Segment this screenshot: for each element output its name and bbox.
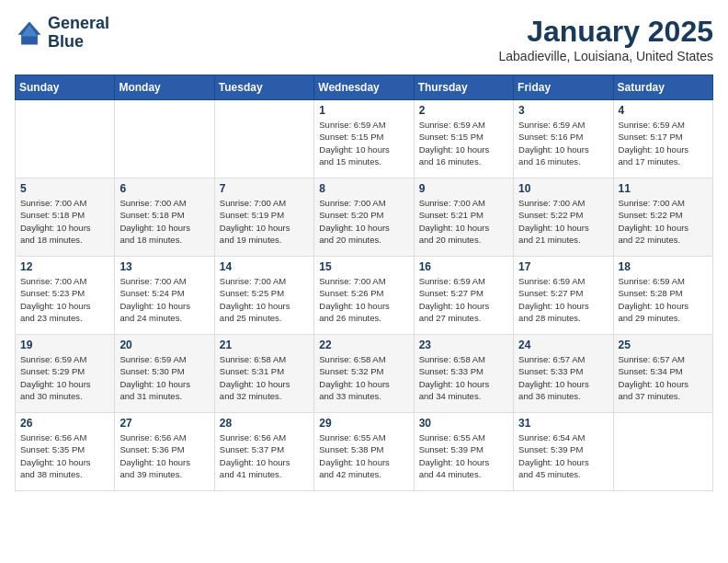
day-number: 8 <box>319 182 408 195</box>
day-info: Sunrise: 6:59 AMSunset: 5:17 PMDaylight:… <box>619 119 708 167</box>
day-cell: 1Sunrise: 6:59 AMSunset: 5:15 PMDaylight… <box>314 100 414 178</box>
day-cell: 11Sunrise: 7:00 AMSunset: 5:22 PMDayligh… <box>613 178 712 257</box>
day-cell: 9Sunrise: 7:00 AMSunset: 5:21 PMDaylight… <box>414 178 513 257</box>
day-number: 3 <box>518 104 608 117</box>
day-info: Sunrise: 7:00 AMSunset: 5:26 PMDaylight:… <box>319 275 408 324</box>
day-info: Sunrise: 7:00 AMSunset: 5:22 PMDaylight:… <box>518 197 608 246</box>
day-info: Sunrise: 6:59 AMSunset: 5:29 PMDaylight:… <box>20 353 109 402</box>
day-cell: 7Sunrise: 7:00 AMSunset: 5:19 PMDaylight… <box>214 178 313 257</box>
weekday-header-wednesday: Wednesday <box>314 75 414 100</box>
day-number: 29 <box>319 417 408 430</box>
day-info: Sunrise: 7:00 AMSunset: 5:20 PMDaylight:… <box>319 197 408 246</box>
page-header: General Blue January 2025 Labadieville, … <box>15 15 713 63</box>
day-cell: 30Sunrise: 6:55 AMSunset: 5:39 PMDayligh… <box>414 413 513 491</box>
calendar: SundayMondayTuesdayWednesdayThursdayFrid… <box>15 75 713 491</box>
day-info: Sunrise: 6:59 AMSunset: 5:27 PMDaylight:… <box>419 275 508 324</box>
day-cell <box>613 413 712 491</box>
week-row-2: 5Sunrise: 7:00 AMSunset: 5:18 PMDaylight… <box>16 178 713 257</box>
day-cell: 5Sunrise: 7:00 AMSunset: 5:18 PMDaylight… <box>16 178 115 257</box>
day-cell: 24Sunrise: 6:57 AMSunset: 5:33 PMDayligh… <box>514 335 613 413</box>
day-info: Sunrise: 7:00 AMSunset: 5:25 PMDaylight:… <box>220 275 309 324</box>
logo: General Blue <box>15 15 109 52</box>
day-info: Sunrise: 7:00 AMSunset: 5:21 PMDaylight:… <box>419 197 508 246</box>
weekday-header-monday: Monday <box>115 75 214 100</box>
day-cell: 14Sunrise: 7:00 AMSunset: 5:25 PMDayligh… <box>214 257 313 335</box>
day-info: Sunrise: 6:56 AMSunset: 5:36 PMDaylight:… <box>119 431 209 480</box>
day-number: 9 <box>419 182 508 195</box>
day-cell: 15Sunrise: 7:00 AMSunset: 5:26 PMDayligh… <box>314 257 414 335</box>
day-number: 14 <box>220 260 309 273</box>
day-number: 12 <box>20 260 109 273</box>
weekday-header-sunday: Sunday <box>16 75 115 100</box>
day-number: 23 <box>419 339 508 351</box>
day-cell: 16Sunrise: 6:59 AMSunset: 5:27 PMDayligh… <box>414 257 513 335</box>
day-cell <box>115 100 214 178</box>
day-info: Sunrise: 6:59 AMSunset: 5:15 PMDaylight:… <box>319 119 408 167</box>
day-number: 1 <box>319 104 408 117</box>
day-cell: 22Sunrise: 6:58 AMSunset: 5:32 PMDayligh… <box>314 335 414 413</box>
day-number: 16 <box>419 260 508 273</box>
day-info: Sunrise: 6:56 AMSunset: 5:37 PMDaylight:… <box>220 431 309 480</box>
day-number: 27 <box>119 417 209 430</box>
day-cell: 12Sunrise: 7:00 AMSunset: 5:23 PMDayligh… <box>16 257 115 335</box>
day-number: 22 <box>319 339 408 351</box>
day-info: Sunrise: 6:58 AMSunset: 5:31 PMDaylight:… <box>220 353 309 402</box>
day-number: 10 <box>518 182 608 195</box>
week-row-3: 12Sunrise: 7:00 AMSunset: 5:23 PMDayligh… <box>16 257 713 335</box>
week-row-4: 19Sunrise: 6:59 AMSunset: 5:29 PMDayligh… <box>16 335 713 413</box>
day-number: 18 <box>619 260 708 273</box>
month-title: January 2025 <box>499 15 714 49</box>
day-cell: 13Sunrise: 7:00 AMSunset: 5:24 PMDayligh… <box>115 257 214 335</box>
day-cell: 23Sunrise: 6:58 AMSunset: 5:33 PMDayligh… <box>414 335 513 413</box>
day-info: Sunrise: 6:59 AMSunset: 5:27 PMDaylight:… <box>518 275 608 324</box>
week-row-5: 26Sunrise: 6:56 AMSunset: 5:35 PMDayligh… <box>16 413 713 491</box>
day-cell <box>214 100 313 178</box>
day-info: Sunrise: 7:00 AMSunset: 5:24 PMDaylight:… <box>119 275 209 324</box>
day-info: Sunrise: 6:56 AMSunset: 5:35 PMDaylight:… <box>20 431 109 480</box>
day-number: 25 <box>619 339 708 351</box>
day-info: Sunrise: 7:00 AMSunset: 5:18 PMDaylight:… <box>119 197 209 246</box>
day-cell: 29Sunrise: 6:55 AMSunset: 5:38 PMDayligh… <box>314 413 414 491</box>
day-number: 26 <box>20 417 109 430</box>
day-cell: 28Sunrise: 6:56 AMSunset: 5:37 PMDayligh… <box>214 413 313 491</box>
day-number: 17 <box>518 260 608 273</box>
day-cell: 6Sunrise: 7:00 AMSunset: 5:18 PMDaylight… <box>115 178 214 257</box>
day-number: 5 <box>20 182 109 195</box>
day-info: Sunrise: 7:00 AMSunset: 5:19 PMDaylight:… <box>220 197 309 246</box>
day-number: 19 <box>20 339 109 351</box>
day-cell: 3Sunrise: 6:59 AMSunset: 5:16 PMDaylight… <box>514 100 613 178</box>
day-cell: 10Sunrise: 7:00 AMSunset: 5:22 PMDayligh… <box>514 178 613 257</box>
weekday-header-thursday: Thursday <box>414 75 513 100</box>
day-number: 28 <box>220 417 309 430</box>
day-cell: 8Sunrise: 7:00 AMSunset: 5:20 PMDaylight… <box>314 178 414 257</box>
day-info: Sunrise: 6:59 AMSunset: 5:16 PMDaylight:… <box>518 119 608 167</box>
logo-text: General Blue <box>48 15 109 52</box>
day-number: 20 <box>119 339 209 351</box>
day-number: 24 <box>518 339 608 351</box>
day-cell: 27Sunrise: 6:56 AMSunset: 5:36 PMDayligh… <box>115 413 214 491</box>
day-info: Sunrise: 7:00 AMSunset: 5:22 PMDaylight:… <box>619 197 708 246</box>
weekday-header-friday: Friday <box>514 75 613 100</box>
day-info: Sunrise: 6:59 AMSunset: 5:15 PMDaylight:… <box>419 119 508 167</box>
day-info: Sunrise: 6:57 AMSunset: 5:33 PMDaylight:… <box>518 353 608 402</box>
day-info: Sunrise: 6:55 AMSunset: 5:39 PMDaylight:… <box>419 431 508 480</box>
day-info: Sunrise: 6:59 AMSunset: 5:30 PMDaylight:… <box>119 353 209 402</box>
day-info: Sunrise: 7:00 AMSunset: 5:18 PMDaylight:… <box>20 197 109 246</box>
day-cell: 21Sunrise: 6:58 AMSunset: 5:31 PMDayligh… <box>214 335 313 413</box>
day-info: Sunrise: 6:58 AMSunset: 5:33 PMDaylight:… <box>419 353 508 402</box>
weekday-header-saturday: Saturday <box>613 75 712 100</box>
day-info: Sunrise: 6:59 AMSunset: 5:28 PMDaylight:… <box>619 275 708 324</box>
day-number: 7 <box>220 182 309 195</box>
day-cell: 18Sunrise: 6:59 AMSunset: 5:28 PMDayligh… <box>613 257 712 335</box>
day-cell: 25Sunrise: 6:57 AMSunset: 5:34 PMDayligh… <box>613 335 712 413</box>
day-info: Sunrise: 6:57 AMSunset: 5:34 PMDaylight:… <box>619 353 708 402</box>
day-cell: 19Sunrise: 6:59 AMSunset: 5:29 PMDayligh… <box>16 335 115 413</box>
day-number: 21 <box>220 339 309 351</box>
day-cell: 17Sunrise: 6:59 AMSunset: 5:27 PMDayligh… <box>514 257 613 335</box>
day-info: Sunrise: 6:58 AMSunset: 5:32 PMDaylight:… <box>319 353 408 402</box>
day-cell <box>16 100 115 178</box>
day-cell: 4Sunrise: 6:59 AMSunset: 5:17 PMDaylight… <box>613 100 712 178</box>
day-number: 4 <box>619 104 708 117</box>
day-number: 2 <box>419 104 508 117</box>
logo-icon <box>15 18 44 48</box>
